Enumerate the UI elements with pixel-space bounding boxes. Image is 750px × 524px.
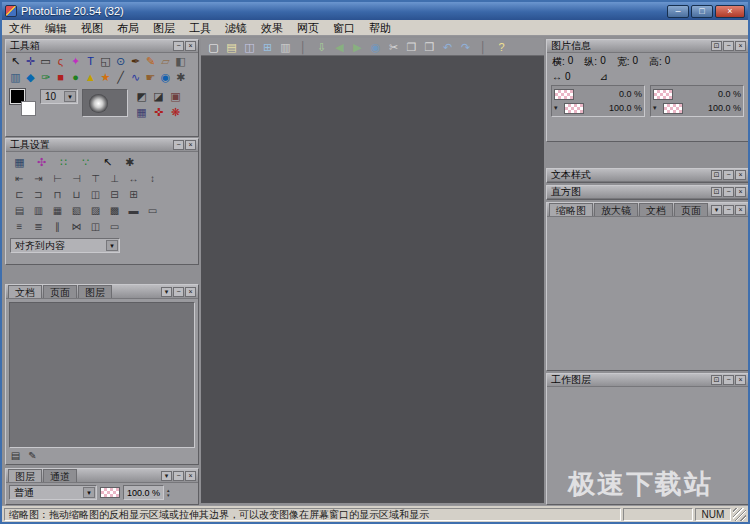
histogram-header[interactable]: 直方图 ⊡ − × [547, 186, 748, 199]
tab-page[interactable]: 页面 [674, 203, 708, 216]
menu-item-view[interactable]: 视图 [74, 21, 110, 35]
save-icon[interactable]: ◫ [242, 39, 257, 55]
distribute-icon[interactable]: ▦ [51, 205, 64, 217]
paste-icon[interactable]: ❒ [422, 39, 437, 55]
menu-item-layer[interactable]: 图层 [146, 21, 182, 35]
menu-item-file[interactable]: 文件 [2, 21, 38, 35]
align-icon[interactable]: ⊟ [108, 189, 121, 201]
align-icon[interactable]: ⊓ [51, 189, 64, 201]
tab-thumbnail[interactable]: 缩略图 [549, 203, 593, 216]
color-swatch[interactable] [653, 89, 673, 100]
spacing-icon[interactable]: ◫ [89, 221, 102, 233]
color-selector[interactable] [10, 89, 36, 116]
titlebar[interactable]: PhotoLine 20.54 (32) – □ × [2, 2, 748, 20]
distribute-icon[interactable]: ▥ [32, 205, 45, 217]
minimize-button[interactable]: – [667, 5, 689, 18]
color-swatch[interactable] [663, 103, 683, 114]
hand-tool-icon[interactable]: ☛ [143, 70, 158, 85]
marquee-tool-icon[interactable]: ▭ [38, 54, 53, 69]
align-edge-right-icon[interactable]: ⊣ [70, 173, 83, 185]
panel-collapse-button[interactable]: ▾ [711, 205, 722, 215]
panel-restore-button[interactable]: ⊡ [711, 187, 722, 197]
background-color-swatch[interactable] [21, 101, 36, 116]
target-icon[interactable]: ❋ [168, 105, 183, 120]
panel-minimize-button[interactable]: − [723, 187, 734, 197]
panel-restore-button[interactable]: ⊡ [711, 41, 722, 51]
magnet-icon[interactable]: ✣ [34, 155, 49, 170]
select-arrow-icon[interactable]: ↖ [100, 155, 115, 170]
panel-close-button[interactable]: × [735, 170, 746, 180]
pattern-icon[interactable]: ▦ [134, 105, 149, 120]
spin-down-icon[interactable]: ▾ [167, 493, 170, 498]
align-icon[interactable]: ⊐ [32, 189, 45, 201]
distribute-icon[interactable]: ▧ [70, 205, 83, 217]
panel-restore-button[interactable]: ⊡ [711, 375, 722, 385]
panel-collapse-button[interactable]: ▾ [161, 287, 172, 297]
chevron-down-icon[interactable]: ▾ [64, 91, 76, 102]
color-swatch[interactable] [554, 89, 574, 100]
tab-page[interactable]: 页面 [43, 285, 77, 298]
work-layers-header[interactable]: 工作图层 ⊡ − × [547, 374, 748, 387]
panel-minimize-button[interactable]: − [723, 41, 734, 51]
menu-item-window[interactable]: 窗口 [326, 21, 362, 35]
paint-mode-icon[interactable]: ◪ [151, 89, 166, 104]
distribute-icon[interactable]: ▨ [89, 205, 102, 217]
back-icon[interactable]: ◀ [332, 39, 347, 55]
resize-grip[interactable] [733, 508, 746, 521]
snap-objects-icon[interactable]: ∷ [56, 155, 71, 170]
forward-icon[interactable]: ▶ [350, 39, 365, 55]
center-horizontal-icon[interactable]: ↔ [127, 173, 140, 185]
copy-icon[interactable]: ❐ [404, 39, 419, 55]
align-left-icon[interactable]: ⇤ [13, 173, 26, 185]
close-button[interactable]: × [715, 5, 745, 18]
tab-channels[interactable]: 通道 [43, 469, 77, 482]
panel-close-button[interactable]: × [185, 41, 196, 51]
zoom-tool-icon[interactable]: ⊙ [113, 54, 128, 69]
star-tool-icon[interactable]: ★ [98, 70, 113, 85]
tool-settings-header[interactable]: 工具设置 − × [6, 139, 198, 152]
eraser-tool-icon[interactable]: ▱ [158, 54, 173, 69]
magic-wand-tool-icon[interactable]: ✦ [68, 54, 83, 69]
center-vertical-icon[interactable]: ↕ [146, 173, 159, 185]
document-preview-area[interactable] [9, 302, 195, 448]
spacing-icon[interactable]: ≣ [32, 221, 45, 233]
menu-item-layout[interactable]: 布局 [110, 21, 146, 35]
menu-item-edit[interactable]: 编辑 [38, 21, 74, 35]
panel-close-button[interactable]: × [185, 287, 196, 297]
edit-icon[interactable]: ✎ [26, 449, 39, 462]
rectangle-tool-icon[interactable]: ■ [53, 70, 68, 85]
browse-icon[interactable]: ⊞ [260, 39, 275, 55]
node-tool-icon[interactable]: ✛ [23, 54, 38, 69]
panel-minimize-button[interactable]: − [173, 287, 184, 297]
opacity-spinner[interactable]: ▴ ▾ [167, 488, 170, 498]
color-swatch[interactable] [564, 103, 584, 114]
navigator-content-area[interactable] [547, 217, 748, 370]
align-icon[interactable]: ⊞ [127, 189, 140, 201]
align-bottom-icon[interactable]: ⊥ [108, 173, 121, 185]
crop-tool-icon[interactable]: ◱ [98, 54, 113, 69]
eye-tool-icon[interactable]: ◉ [158, 70, 173, 85]
panel-minimize-button[interactable]: − [723, 375, 734, 385]
expand-icon[interactable]: ▾ [653, 104, 660, 112]
gradient-tool-icon[interactable]: ▥ [8, 70, 23, 85]
align-target-select[interactable]: 对齐到内容 ▾ [10, 238, 120, 253]
polygon-tool-icon[interactable]: ▲ [83, 70, 98, 85]
distribute-icon[interactable]: ▤ [13, 205, 26, 217]
open-icon[interactable]: ▤ [224, 39, 239, 55]
record-icon[interactable]: ✜ [151, 105, 166, 120]
panel-minimize-button[interactable]: − [173, 140, 184, 150]
tab-layer[interactable]: 图层 [78, 285, 112, 298]
panel-close-button[interactable]: × [185, 471, 196, 481]
tab-document[interactable]: 文档 [8, 285, 42, 298]
pipette-tool-icon[interactable]: ✑ [38, 70, 53, 85]
settings-gear-icon[interactable]: ✱ [122, 155, 137, 170]
align-edge-left-icon[interactable]: ⊢ [51, 173, 64, 185]
panel-minimize-button[interactable]: − [173, 41, 184, 51]
tab-magnifier[interactable]: 放大镜 [594, 203, 638, 216]
text-style-header[interactable]: 文本样式 ⊡ − × [547, 169, 748, 182]
opacity-entry[interactable]: ▾ 100.0 % [554, 101, 642, 115]
text-tool-icon[interactable]: T [83, 54, 98, 69]
panel-close-button[interactable]: × [185, 140, 196, 150]
panel-minimize-button[interactable]: − [173, 471, 184, 481]
toolbox-header[interactable]: 工具箱 − × [6, 40, 198, 53]
